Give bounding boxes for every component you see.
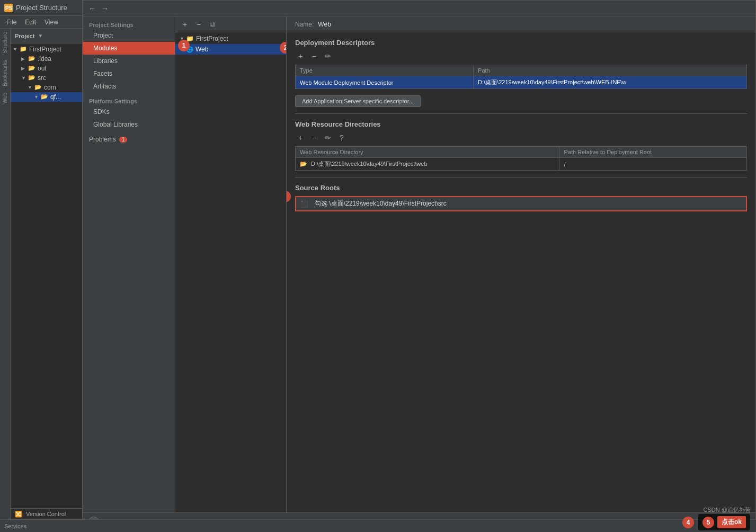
- version-control-tab[interactable]: 🔀 Version Control: [11, 508, 92, 520]
- svg-text:PS: PS: [5, 5, 13, 11]
- source-root-icon: ⬛: [300, 200, 308, 208]
- ok-button-label[interactable]: 点击ok: [717, 516, 746, 528]
- module-add-btn[interactable]: +: [180, 19, 190, 30]
- wrd-remove-btn[interactable]: −: [309, 132, 319, 143]
- dd-remove-btn[interactable]: −: [309, 51, 319, 61]
- module-tree-firstproject[interactable]: ▼ 📁 FirstProject: [175, 33, 286, 44]
- source-root-wrapper: ⬛ 勾选 \桌面\2219\week10\day49\FirstProject\…: [295, 196, 747, 211]
- com-icon: 📂: [34, 84, 42, 91]
- tree-arrow: ▼: [13, 47, 19, 52]
- module-label-web: Web: [195, 46, 208, 53]
- project-dropdown-icon[interactable]: ▼: [38, 33, 43, 39]
- tree-item-src[interactable]: ▼ 📂 src: [11, 73, 92, 83]
- web-resource-table: Web Resource Directory Path Relative to …: [295, 146, 747, 171]
- nav-item-artifacts[interactable]: Artifacts: [83, 80, 175, 93]
- wrd-add-btn[interactable]: +: [295, 132, 306, 143]
- dd-edit-btn[interactable]: ✏: [323, 51, 333, 61]
- tree-item-idea[interactable]: ▶ 📂 .idea: [11, 54, 92, 64]
- tree-item-com[interactable]: ▼ 📂 com: [11, 83, 92, 92]
- dd-row-path: D:\桌面\2219\week10\day49\FirstProject\web…: [474, 76, 747, 89]
- tree-arrow-src: ▼: [21, 75, 28, 81]
- wrd-toolbar: + − ✏ ?: [295, 132, 747, 143]
- divider-2: [295, 177, 747, 178]
- platform-settings-label: Platform Settings: [83, 93, 175, 105]
- divider-1: [295, 113, 747, 114]
- edge-tab-structure[interactable]: Structure: [2, 29, 8, 57]
- wrd-row-dir: 📂 D:\桌面\2219\week10\day49\FirstProject\w…: [296, 158, 559, 171]
- project-panel-title: Project: [15, 33, 34, 39]
- table-row[interactable]: Web Module Deployment Descriptor D:\桌面\2…: [296, 76, 747, 89]
- source-root-text: 勾选 \桌面\2219\week10\day49\FirstProject\sr…: [315, 199, 447, 208]
- deployment-descriptors-table: Type Path Web Module Deployment Descript…: [295, 65, 747, 89]
- tree-label-qf: qf...: [50, 93, 61, 101]
- nav-forward-btn[interactable]: →: [100, 3, 110, 14]
- module-label-firstproject: FirstProject: [196, 35, 228, 42]
- problems-badge: 1: [119, 137, 128, 143]
- nav-item-project[interactable]: Project: [83, 29, 175, 42]
- module-arrow: ▼: [180, 36, 186, 41]
- module-toolbar: + − ⧉: [175, 16, 286, 32]
- name-value: Web: [318, 21, 331, 28]
- dialog-nav-toolbar: ← →: [83, 1, 755, 16]
- nav-item-facets[interactable]: Facets: [83, 67, 175, 80]
- nav-problems[interactable]: Problems 1: [83, 133, 175, 146]
- edge-tab-web[interactable]: Web: [2, 90, 8, 107]
- edge-tab-bookmarks[interactable]: Bookmarks: [2, 57, 8, 90]
- qf-icon: 📂: [40, 93, 49, 101]
- wrd-col-directory: Web Resource Directory: [296, 147, 559, 158]
- wrd-col-path: Path Relative to Deployment Root: [559, 147, 747, 158]
- source-roots-title: Source Roots: [295, 184, 747, 192]
- content-header: Name: Web: [287, 16, 755, 32]
- web-module-icon: 🌐: [186, 46, 193, 53]
- dd-add-btn[interactable]: +: [295, 51, 306, 61]
- idea-icon: 📂: [28, 55, 36, 63]
- dd-row-type: Web Module Deployment Descriptor: [296, 76, 474, 89]
- main-layout: Structure Bookmarks Web Project ▼ ▼ 📁 Fi…: [0, 29, 756, 532]
- deployment-toolbar: + − ✏: [295, 51, 747, 61]
- nav-item-sdks[interactable]: SDKs: [83, 105, 175, 118]
- tree-label-idea: .idea: [38, 55, 51, 63]
- nav-item-libraries[interactable]: Libraries: [83, 55, 175, 67]
- version-control-label: Version Control: [26, 511, 66, 517]
- wrd-edit-btn[interactable]: ✏: [323, 132, 333, 143]
- project-structure-dialog: ← → Project Settings Project Modules 1 L…: [82, 0, 756, 532]
- source-root-row[interactable]: ⬛ 勾选 \桌面\2219\week10\day49\FirstProject\…: [295, 196, 747, 211]
- dd-col-type: Type: [296, 65, 474, 76]
- project-tree: ▼ 📁 FirstProject ▶ 📂 .idea ▶ 📂 out ▼ 📂 s…: [11, 43, 92, 508]
- ok-annotation: 5 点击ok: [698, 514, 750, 530]
- tree-item-firstproject[interactable]: ▼ 📁 FirstProject: [11, 45, 92, 54]
- tree-arrow-out: ▶: [21, 66, 28, 71]
- annotation-badge-5: 5: [702, 517, 714, 528]
- csdn-watermark: CSDN @追忆补苦: [704, 506, 751, 514]
- nav-item-modules[interactable]: Modules: [83, 42, 175, 55]
- table-row[interactable]: 📂 D:\桌面\2219\week10\day49\FirstProject\w…: [296, 158, 747, 171]
- tree-item-out[interactable]: ▶ 📂 out: [11, 64, 92, 73]
- module-remove-btn[interactable]: −: [193, 19, 204, 30]
- web-resource-title: Web Resource Directories: [295, 120, 747, 128]
- module-copy-btn[interactable]: ⧉: [207, 19, 218, 30]
- tree-label-src: src: [38, 74, 46, 82]
- problems-label: Problems: [89, 136, 116, 143]
- status-bar: Services: [0, 519, 756, 532]
- nav-item-global-libraries[interactable]: Global Libraries: [83, 118, 175, 131]
- tree-arrow-idea: ▶: [21, 56, 28, 61]
- menu-file[interactable]: File: [2, 17, 21, 27]
- out-icon: 📂: [28, 65, 36, 72]
- tree-arrow-com: ▼: [28, 85, 34, 90]
- tree-item-qf[interactable]: ▼ 📂 qf...: [11, 92, 92, 102]
- menu-view[interactable]: View: [40, 17, 63, 27]
- name-label: Name:: [295, 21, 314, 28]
- nav-back-btn[interactable]: ←: [87, 3, 97, 14]
- module-tree-web[interactable]: 🌐 Web: [175, 44, 286, 55]
- add-descriptor-btn[interactable]: Add Application Server specific descript…: [295, 95, 421, 107]
- modules-label: Modules: [93, 45, 117, 52]
- annotation-badge-3: 3: [287, 191, 291, 202]
- wrd-dir-text: D:\桌面\2219\week10\day49\FirstProject\web: [311, 161, 428, 167]
- title-text: Project Structure: [16, 4, 67, 12]
- left-edge-tabs: Structure Bookmarks Web: [0, 29, 11, 519]
- menu-edit[interactable]: Edit: [21, 17, 40, 27]
- nav-item-modules-wrapper: Modules 1: [83, 42, 175, 55]
- deployment-descriptors-title: Deployment Descriptors: [295, 39, 747, 47]
- wrd-help-btn[interactable]: ?: [336, 132, 347, 143]
- content-body: Deployment Descriptors + − ✏ Type Path: [287, 32, 755, 512]
